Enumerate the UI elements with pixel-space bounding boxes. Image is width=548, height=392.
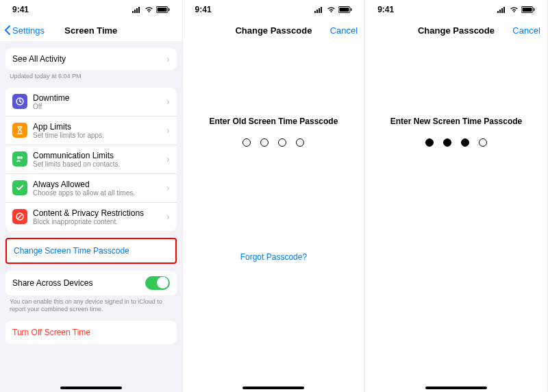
share-note: You can enable this on any device signed… (0, 295, 182, 314)
passcode-dots[interactable] (242, 138, 304, 147)
status-icons (314, 6, 352, 13)
home-indicator[interactable] (425, 387, 487, 389)
communication-icon (12, 151, 27, 167)
phone-screentime-settings: 9:41 Settings Screen Time See All Activi… (0, 0, 183, 392)
passcode-dot (278, 138, 286, 147)
cancel-button[interactable]: Cancel (512, 25, 540, 36)
share-label: Share Across Devices (12, 278, 145, 288)
chevron-right-icon: › (166, 53, 170, 64)
always-allowed-row[interactable]: Always Allowed Choose apps to allow at a… (5, 174, 177, 203)
svg-rect-18 (351, 8, 352, 11)
row-sub: Choose apps to allow at all times. (33, 189, 166, 197)
passcode-dot (242, 138, 251, 147)
svg-rect-2 (136, 8, 138, 13)
phone-enter-new-passcode: 9:41 Change Passcode Cancel Enter New Sc… (365, 0, 548, 392)
chevron-right-icon: › (166, 125, 170, 136)
status-bar: 9:41 (0, 0, 182, 19)
back-button[interactable]: Settings (4, 25, 45, 36)
svg-rect-3 (138, 7, 140, 13)
chevron-right-icon: › (166, 182, 170, 193)
share-devices-row[interactable]: Share Across Devices (5, 271, 177, 295)
battery-icon (521, 6, 535, 13)
hourglass-icon (12, 123, 27, 138)
share-group: Share Across Devices (5, 271, 177, 295)
turnoff-group: Turn Off Screen Time (5, 321, 177, 344)
settings-body: See All Activity › Updated today at 6:04… (0, 41, 182, 392)
turn-off-button[interactable]: Turn Off Screen Time (5, 321, 177, 344)
passcode-dot (425, 138, 434, 147)
status-icons (132, 6, 170, 13)
svg-point-9 (20, 156, 23, 159)
see-all-activity-row[interactable]: See All Activity › (5, 48, 177, 70)
svg-rect-1 (134, 10, 136, 13)
svg-point-8 (17, 156, 20, 159)
limits-group: Downtime Off › App Limits Set time limit… (5, 88, 177, 231)
chevron-right-icon: › (166, 154, 170, 164)
svg-rect-21 (501, 8, 503, 13)
home-indicator[interactable] (242, 387, 304, 389)
passcode-dots[interactable] (425, 138, 487, 147)
row-title: Content & Privacy Restrictions (33, 208, 166, 218)
svg-rect-17 (340, 8, 349, 12)
row-sub: Set limits based on contacts. (33, 160, 166, 168)
row-title: Downtime (33, 93, 166, 103)
nav-bar: Settings Screen Time (0, 19, 182, 41)
wifi-icon (145, 6, 153, 13)
back-label: Settings (12, 25, 45, 36)
downtime-icon (12, 94, 27, 109)
svg-rect-14 (319, 8, 320, 13)
passcode-dot (479, 138, 487, 147)
wifi-icon (510, 6, 519, 13)
row-sub: Block inappropriate content. (33, 218, 166, 225)
change-passcode-button[interactable]: Change Screen Time Passcode (7, 239, 175, 262)
status-time: 9:41 (12, 5, 29, 14)
downtime-row[interactable]: Downtime Off › (5, 88, 177, 117)
passcode-dot (260, 138, 269, 147)
status-bar: 9:41 (365, 0, 547, 19)
passcode-body: Enter Old Screen Time Passcode Forgot Pa… (183, 41, 365, 392)
row-sub: Off (33, 103, 166, 110)
share-toggle[interactable] (145, 276, 170, 290)
content-privacy-row[interactable]: Content & Privacy Restrictions Block ina… (5, 203, 177, 231)
see-all-label: See All Activity (12, 54, 166, 64)
row-sub: Set time limits for apps. (33, 132, 166, 139)
passcode-body: Enter New Screen Time Passcode (365, 41, 547, 392)
status-icons (497, 6, 535, 13)
svg-rect-13 (316, 10, 318, 13)
change-passcode-group: Change Screen Time Passcode (5, 238, 177, 264)
check-icon (12, 180, 27, 195)
svg-rect-0 (132, 11, 134, 13)
svg-rect-22 (503, 7, 505, 13)
nav-bar: Change Passcode Cancel (183, 19, 365, 41)
row-title: App Limits (33, 122, 166, 132)
passcode-prompt: Enter Old Screen Time Passcode (209, 117, 338, 126)
passcode-dot (296, 138, 304, 147)
svg-rect-15 (321, 7, 322, 13)
status-bar: 9:41 (183, 0, 365, 19)
forgot-passcode-link[interactable]: Forgot Passcode? (183, 252, 365, 262)
row-title: Always Allowed (33, 180, 166, 189)
passcode-dot (443, 138, 451, 147)
phone-enter-old-passcode: 9:41 Change Passcode Cancel Enter Old Sc… (183, 0, 366, 392)
svg-rect-12 (314, 11, 316, 13)
communication-limits-row[interactable]: Communication Limits Set limits based on… (5, 145, 177, 174)
app-limits-row[interactable]: App Limits Set time limits for apps. › (5, 117, 177, 145)
battery-icon (156, 6, 170, 13)
svg-rect-20 (499, 10, 501, 13)
battery-icon (338, 6, 352, 13)
svg-rect-24 (522, 8, 532, 12)
chevron-right-icon: › (166, 211, 170, 222)
cancel-button[interactable]: Cancel (330, 25, 358, 36)
svg-line-11 (18, 215, 23, 219)
row-title: Communication Limits (33, 151, 166, 160)
nav-bar: Change Passcode Cancel (365, 19, 547, 41)
passcode-prompt: Enter New Screen Time Passcode (390, 117, 523, 126)
svg-rect-6 (169, 8, 170, 11)
signal-icon (314, 6, 324, 13)
home-indicator[interactable] (60, 387, 122, 389)
svg-rect-5 (157, 8, 166, 12)
chevron-left-icon (4, 25, 11, 35)
passcode-dot (461, 138, 469, 147)
updated-note: Updated today at 6:04 PM (0, 70, 182, 81)
status-time: 9:41 (195, 5, 212, 14)
